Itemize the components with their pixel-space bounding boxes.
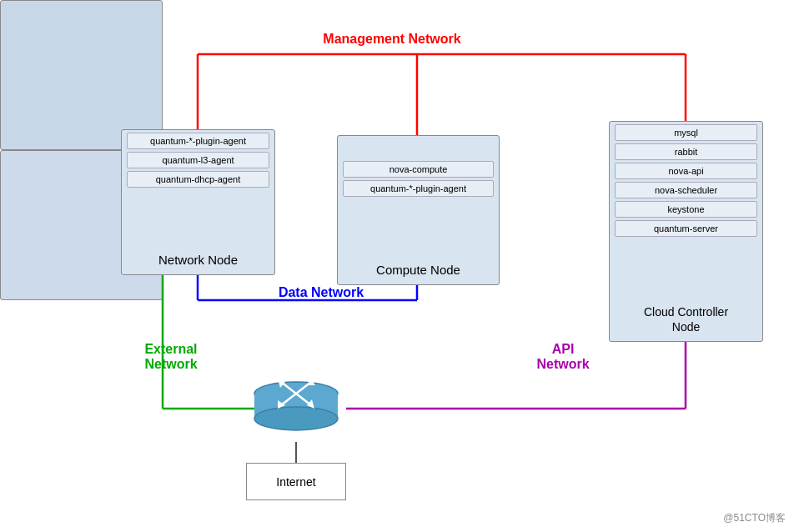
data-network-label: Data Network bbox=[259, 285, 384, 300]
service-compute-quantum-plugin: quantum-*-plugin-agent bbox=[343, 180, 494, 197]
service-rabbit: rabbit bbox=[615, 143, 757, 160]
internet-label: Internet bbox=[276, 475, 315, 489]
api-network-label: APINetwork bbox=[521, 342, 605, 372]
svg-point-14 bbox=[254, 407, 338, 430]
external-network-label: ExternalNetwork bbox=[121, 342, 221, 372]
cloud-controller-node-box: mysql rabbit nova-api nova-scheduler key… bbox=[609, 121, 763, 342]
service-quantum-server: quantum-server bbox=[615, 220, 757, 237]
service-quantum-dhcp-agent: quantum-dhcp-agent bbox=[127, 171, 269, 188]
service-keystone: keystone bbox=[615, 201, 757, 218]
router-icon bbox=[249, 375, 344, 442]
service-nova-compute: nova-compute bbox=[343, 161, 494, 178]
cloud-controller-node-label: Cloud ControllerNode bbox=[644, 305, 728, 334]
compute-node-back2 bbox=[0, 0, 163, 150]
service-quantum-plugin-agent: quantum-*-plugin-agent bbox=[127, 133, 269, 149]
service-nova-scheduler: nova-scheduler bbox=[615, 182, 757, 198]
service-quantum-l3-agent: quantum-l3-agent bbox=[127, 152, 269, 168]
internet-box: Internet bbox=[246, 463, 346, 500]
watermark: @51CTO博客 bbox=[723, 511, 786, 525]
management-network-label: Management Network bbox=[309, 32, 475, 47]
network-node-label: Network Node bbox=[158, 253, 238, 267]
service-mysql: mysql bbox=[615, 124, 757, 141]
compute-node-box: nova-compute quantum-*-plugin-agent Comp… bbox=[337, 135, 500, 285]
service-nova-api: nova-api bbox=[615, 163, 757, 179]
network-node-box: quantum-*-plugin-agent quantum-l3-agent … bbox=[121, 129, 275, 275]
diagram-container: Management Network quantum-*-plugin-agen… bbox=[0, 0, 794, 532]
compute-node-label: Compute Node bbox=[376, 263, 460, 277]
